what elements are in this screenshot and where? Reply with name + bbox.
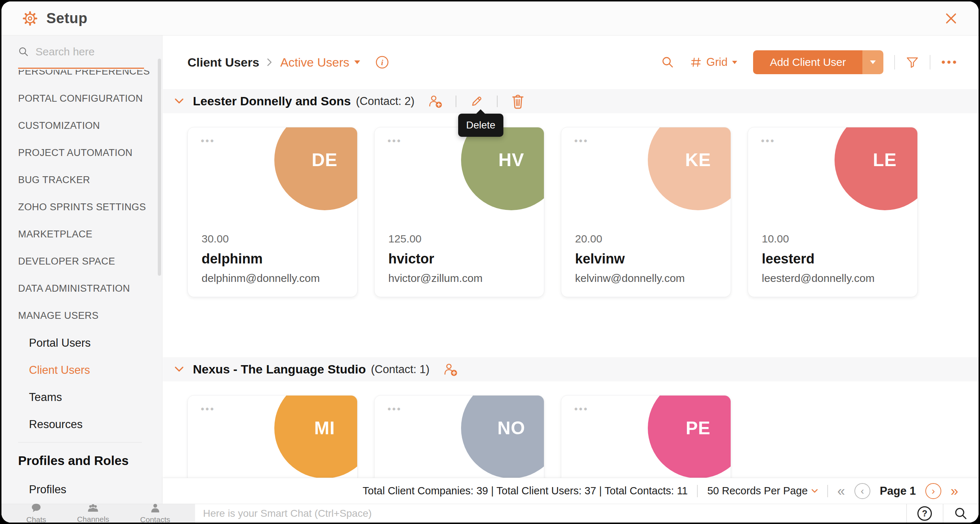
divider: [697, 485, 698, 497]
user-email: leesterd@donnelly.com: [762, 272, 907, 284]
card-info: 125.00 hvictor hvictor@zillum.com: [388, 233, 534, 284]
filter-icon[interactable]: [906, 56, 919, 69]
add-client-user-split-button: Add Client User: [753, 50, 883, 74]
card-menu-dots-icon[interactable]: •••: [761, 136, 775, 145]
zoom-search-icon[interactable]: [954, 506, 968, 520]
sidebar-item-label: Profiles and Roles: [18, 454, 129, 468]
delete-tooltip: Delete: [458, 114, 503, 137]
user-value: 20.00: [575, 233, 721, 245]
card-menu-dots-icon[interactable]: •••: [201, 136, 215, 145]
chat-bubble-icon: [31, 503, 41, 514]
chevron-down-icon[interactable]: [175, 366, 183, 372]
client-user-card[interactable]: ••• LE 10.00 leesterd leesterd@donnelly.…: [748, 127, 918, 297]
sidebar-item-profiles-and-roles[interactable]: Profiles and Roles: [2, 446, 162, 476]
sidebar-item-project-automation[interactable]: PROJECT AUTOMATION: [2, 139, 162, 166]
company-header: Leester Donnelly and Sons (Contact: 2): [163, 89, 978, 113]
sidebar-item-client-users[interactable]: Client Users: [2, 357, 162, 384]
delete-icon[interactable]: [511, 93, 525, 109]
sidebar-divider: [18, 442, 142, 443]
edit-icon[interactable]: [469, 94, 484, 108]
add-client-user-dropdown[interactable]: [862, 50, 883, 74]
sidebar-item-manage-users[interactable]: MANAGE USERS: [2, 302, 162, 329]
sidebar-item-marketplace[interactable]: MARKETPLACE: [2, 221, 162, 248]
add-user-icon[interactable]: [443, 362, 458, 377]
toolbar: Grid Add Client User: [661, 50, 958, 74]
add-client-user-button[interactable]: Add Client User: [753, 50, 862, 74]
card-menu-dots-icon[interactable]: •••: [574, 404, 589, 414]
sidebar-item-portal-configuration[interactable]: PORTAL CONFIGURATION: [2, 85, 162, 112]
card-menu-dots-icon[interactable]: •••: [574, 136, 589, 145]
sidebar-item-teams[interactable]: Teams: [2, 384, 162, 411]
chat-tab-chats[interactable]: Chats: [26, 503, 46, 523]
divider: [943, 504, 943, 523]
client-company-group: Leester Donnelly and Sons (Contact: 2) •…: [163, 89, 978, 297]
search-input[interactable]: [35, 46, 175, 58]
sidebar-item-label: Portal Users: [29, 336, 91, 350]
more-menu-icon[interactable]: •••: [941, 57, 958, 68]
sidebar-item-portal-users[interactable]: Portal Users: [2, 329, 162, 357]
divider: [827, 485, 828, 497]
client-user-card[interactable]: ••• HV 125.00 hvictor hvictor@zillum.com: [374, 127, 544, 297]
sidebar-scrollbar[interactable]: [158, 59, 161, 276]
card-menu-dots-icon[interactable]: •••: [388, 136, 402, 145]
help-icon[interactable]: ?: [917, 506, 932, 521]
divider: [906, 504, 907, 523]
sidebar-search: [18, 35, 144, 69]
avatar: PE: [648, 395, 731, 478]
user-username: leesterd: [762, 251, 907, 267]
sidebar-item-label: ZOHO SPRINTS SETTINGS: [18, 202, 146, 213]
avatar-initials: HV: [498, 150, 524, 170]
last-page-button[interactable]: »: [951, 484, 958, 498]
avatar-initials: PE: [686, 417, 711, 439]
chat-tab-channels[interactable]: Channels: [77, 503, 109, 523]
avatar: NO: [461, 395, 544, 478]
next-page-button[interactable]: ›: [925, 483, 941, 499]
chat-tab-contacts[interactable]: Contacts: [140, 503, 170, 523]
smart-chat-input[interactable]: [195, 504, 895, 522]
card-menu-dots-icon[interactable]: •••: [388, 404, 402, 414]
avatar: KE: [648, 127, 731, 210]
sidebar-item-zoho-sprints-settings[interactable]: ZOHO SPRINTS SETTINGS: [2, 194, 162, 221]
prev-page-button[interactable]: ‹: [854, 483, 870, 499]
sidebar-item-label: PORTAL CONFIGURATION: [18, 93, 143, 104]
topbar: Setup: [2, 2, 978, 35]
records-per-page-label: 50 Records Per Page: [707, 485, 807, 497]
sidebar-item-resources[interactable]: Resources: [2, 411, 162, 438]
records-per-page-selector[interactable]: 50 Records Per Page: [707, 485, 818, 497]
sidebar-item-bug-tracker[interactable]: BUG TRACKER: [2, 166, 162, 194]
first-page-button[interactable]: «: [837, 484, 845, 498]
chevron-down-icon: [870, 61, 876, 64]
info-icon[interactable]: i: [375, 55, 389, 69]
sidebar-item-label: Resources: [29, 418, 83, 431]
close-icon[interactable]: [945, 12, 958, 25]
card-menu-dots-icon[interactable]: •••: [201, 404, 215, 414]
sidebar-item-label: CUSTOMIZATION: [18, 120, 100, 131]
totals-summary: Total Client Companies: 39 | Total Clien…: [363, 485, 687, 497]
avatar-initials: DE: [312, 150, 337, 170]
smart-chat-bar: ChatsChannelsContacts ?: [2, 504, 978, 522]
company-actions: [428, 93, 525, 109]
company-actions: [443, 362, 458, 377]
footer-bar: Total Client Companies: 39 | Total Clien…: [163, 478, 978, 504]
chevron-down-icon[interactable]: [175, 99, 183, 104]
user-email: hvictor@zillum.com: [388, 272, 534, 284]
add-user-icon[interactable]: [428, 94, 442, 108]
client-user-card[interactable]: ••• DE 30.00 delphinm delphinm@donnelly.…: [188, 127, 358, 297]
divider: [456, 96, 457, 107]
sidebar-item-developer-space[interactable]: DEVELOPER SPACE: [2, 248, 162, 275]
avatar-initials: MI: [314, 417, 335, 439]
breadcrumb-root[interactable]: Client Users: [188, 55, 259, 70]
sidebar-item-profiles[interactable]: Profiles: [2, 476, 162, 503]
chevron-down-icon: [354, 61, 360, 64]
avatar-initials: NO: [498, 417, 525, 439]
sidebar-item-label: Profiles: [29, 483, 66, 496]
search-icon[interactable]: [661, 56, 674, 69]
grid-view-switch[interactable]: Grid: [690, 56, 738, 69]
view-selector[interactable]: Active Users: [280, 55, 360, 70]
page-title: Setup: [46, 10, 88, 26]
sidebar-item-personal-preferences[interactable]: PERSONAL PREFERENCES: [2, 70, 162, 85]
client-user-card[interactable]: ••• KE 20.00 kelvinw kelvinw@donnelly.co…: [561, 127, 731, 297]
sidebar-item-data-administration[interactable]: DATA ADMINISTRATION: [2, 275, 162, 302]
sidebar-item-customization[interactable]: CUSTOMIZATION: [2, 112, 162, 139]
user-username: delphinm: [202, 251, 347, 267]
